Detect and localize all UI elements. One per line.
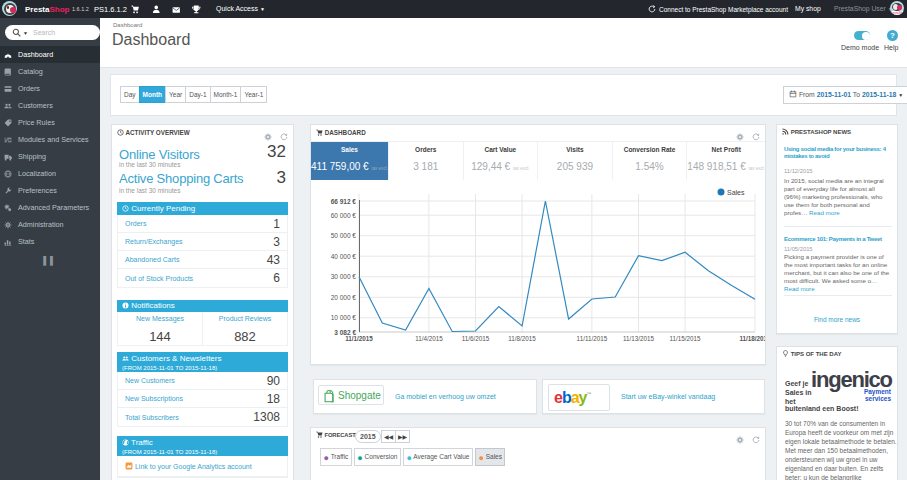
svg-text:11/1/2015: 11/1/2015 [345, 335, 373, 342]
svg-text:11/15/2015: 11/15/2015 [670, 335, 702, 342]
svg-text:11/4/2015: 11/4/2015 [415, 335, 443, 342]
svg-text:11/6/2015: 11/6/2015 [462, 335, 490, 342]
svg-text:11/13/2015: 11/13/2015 [623, 335, 655, 342]
svg-text:11/18/2015: 11/18/2015 [739, 335, 765, 342]
svg-text:66 912 €: 66 912 € [331, 198, 357, 205]
svg-text:20 000 €: 20 000 € [331, 294, 357, 301]
svg-text:11/11/2015: 11/11/2015 [577, 335, 608, 342]
svg-text:30 000 €: 30 000 € [331, 273, 357, 280]
svg-text:11/8/2015: 11/8/2015 [508, 335, 536, 342]
svg-text:50 000 €: 50 000 € [331, 232, 357, 239]
svg-text:Sales: Sales [727, 189, 745, 196]
svg-text:60 000 €: 60 000 € [331, 212, 357, 219]
svg-text:10 000 €: 10 000 € [331, 314, 357, 321]
svg-text:40 000 €: 40 000 € [331, 253, 357, 260]
